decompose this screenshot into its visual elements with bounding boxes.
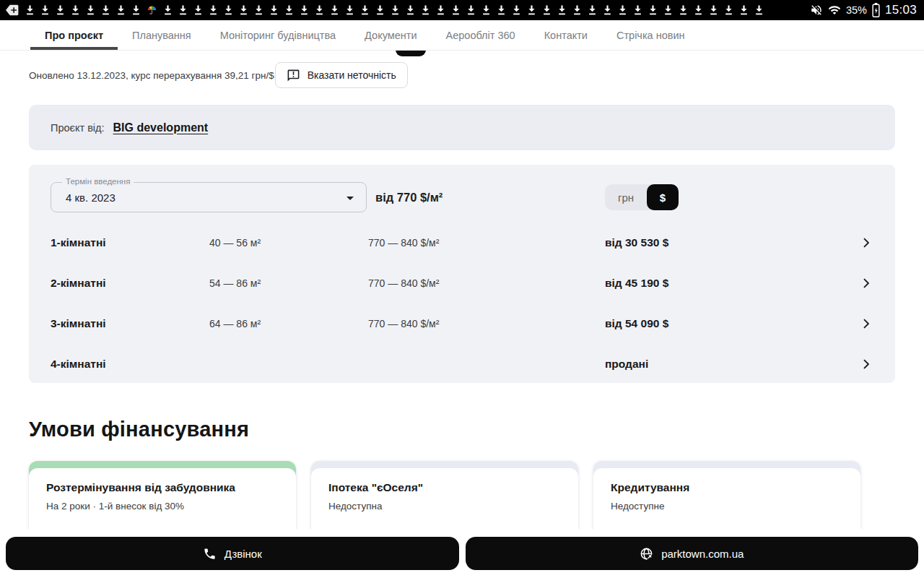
apartment-area: 64 — 86 м² [209, 318, 368, 329]
delivery-term-select[interactable]: Термін введення 4 кв. 2023 [51, 182, 367, 212]
status-bar-notifications [4, 3, 804, 17]
tab-aerial-360[interactable]: Аерообліт 360 [432, 20, 530, 50]
developer-link[interactable]: BIG development [113, 121, 209, 134]
price-per-m2: 770 — 840 $/м² [368, 277, 605, 289]
tab-construction-monitoring[interactable]: Моніторинг будівництва [206, 20, 350, 50]
pricing-section: Термін введення 4 кв. 2023 від 770 $/м² … [29, 165, 895, 383]
tag-plus-icon [4, 3, 19, 17]
chevron-right-icon [859, 276, 873, 290]
battery-charging-icon [872, 3, 880, 17]
download-icon [56, 4, 65, 16]
wifi-icon [828, 4, 841, 17]
report-inaccuracy-button[interactable]: Вказати неточність [275, 62, 408, 88]
currency-toggle: грн $ [605, 184, 679, 210]
card-title: Розтермінування від забудовника [46, 481, 279, 494]
download-icon [618, 4, 627, 16]
apartment-price-table: 1-кімнатні 40 — 56 м² 770 — 840 $/м² від… [51, 223, 873, 384]
tab-label: Документи [365, 30, 417, 41]
download-icon [239, 4, 248, 16]
download-icon [71, 4, 80, 16]
table-row-2-room[interactable]: 2-кімнатні 54 — 86 м² 770 — 840 $/м² від… [51, 263, 873, 303]
download-icon [724, 4, 733, 16]
downloads-before [25, 4, 141, 16]
download-icon [345, 4, 354, 16]
download-icon [163, 4, 173, 16]
download-icon [284, 4, 294, 16]
card-subtitle: На 2 роки · 1-й внесок від 30% [46, 501, 279, 512]
download-icon [739, 4, 749, 16]
download-icon [527, 4, 536, 16]
download-icon [315, 4, 324, 16]
download-icon [481, 4, 491, 16]
download-icon [209, 4, 218, 16]
table-row-1-room[interactable]: 1-кімнатні 40 — 56 м² 770 — 840 $/м² від… [51, 223, 873, 263]
download-icon [193, 4, 203, 16]
table-row-3-room[interactable]: 3-кімнатні 64 — 86 м² 770 — 840 $/м² від… [51, 303, 873, 344]
download-icon [633, 4, 642, 16]
download-icon [421, 4, 430, 16]
apartment-type: 4-кімнатні [51, 358, 209, 371]
tab-label: Про проєкт [45, 30, 103, 41]
table-row-4-room[interactable]: 4-кімнатні продані [51, 344, 873, 384]
tab-label: Контакти [544, 30, 588, 41]
tab-contacts[interactable]: Контакти [530, 20, 602, 50]
apartment-price: від 30 530 $ [605, 236, 859, 249]
globe-icon [640, 547, 653, 561]
apartment-price: продані [605, 358, 859, 371]
download-icon [694, 4, 703, 16]
bottom-action-bar: Дзвінок parktown.com.ua [0, 529, 924, 578]
download-icon [116, 4, 126, 16]
download-icon [224, 4, 233, 16]
chevron-down-icon [341, 189, 359, 207]
call-button-label: Дзвінок [225, 548, 262, 560]
feedback-icon [287, 69, 300, 82]
tab-documents[interactable]: Документи [350, 20, 431, 50]
tab-about-project[interactable]: Про проєкт [30, 20, 118, 50]
price-from-text: від 770 $/м² [375, 191, 443, 204]
website-button-label: parktown.com.ua [661, 548, 744, 560]
price-per-m2: 770 — 840 $/м² [368, 237, 605, 249]
download-icon [603, 4, 612, 16]
apartment-type: 3-кімнатні [51, 317, 209, 330]
exchange-rate-row: Оновлено 13.12.2023, курс перерахування … [29, 62, 895, 88]
currency-uah-button[interactable]: грн [605, 191, 647, 204]
download-icon [375, 4, 385, 16]
download-icon [330, 4, 339, 16]
download-icon [588, 4, 597, 16]
download-icon [572, 4, 582, 16]
battery-percent: 35% [846, 4, 867, 16]
download-icon [391, 4, 400, 16]
tab-label: Стрічка новин [616, 30, 685, 41]
apartment-type: 1-кімнатні [51, 236, 209, 249]
status-bar-system: 35% 15:03 [810, 3, 917, 17]
call-button[interactable]: Дзвінок [6, 537, 459, 570]
download-icon [679, 4, 688, 16]
active-tab-indicator [30, 47, 118, 50]
tab-news-feed[interactable]: Стрічка новин [602, 20, 699, 50]
chevron-right-icon [859, 236, 873, 250]
download-icon [178, 4, 188, 16]
currency-usd-button[interactable]: $ [647, 184, 679, 210]
download-icon [648, 4, 658, 16]
download-icon [131, 4, 141, 16]
download-icon [300, 4, 309, 16]
tab-label: Планування [132, 30, 191, 41]
chevron-right-icon [859, 316, 873, 331]
download-icon [406, 4, 415, 16]
download-icon [466, 4, 476, 16]
report-inaccuracy-label: Вказати неточність [308, 69, 396, 81]
website-button[interactable]: parktown.com.ua [466, 537, 919, 570]
update-info-text: Оновлено 13.12.2023, курс перерахування … [29, 70, 274, 81]
download-icon [451, 4, 461, 16]
download-icon [663, 4, 673, 16]
download-icon [497, 4, 506, 16]
delivery-term-label: Термін введення [62, 177, 134, 186]
tab-planning[interactable]: Планування [118, 20, 206, 50]
download-icon [254, 4, 263, 16]
tab-label: Моніторинг будівництва [220, 30, 336, 41]
download-icon [436, 4, 445, 16]
download-icon [86, 4, 95, 16]
phone-icon [203, 547, 217, 561]
tab-label: Аерообліт 360 [446, 30, 515, 41]
download-icon [512, 4, 521, 16]
